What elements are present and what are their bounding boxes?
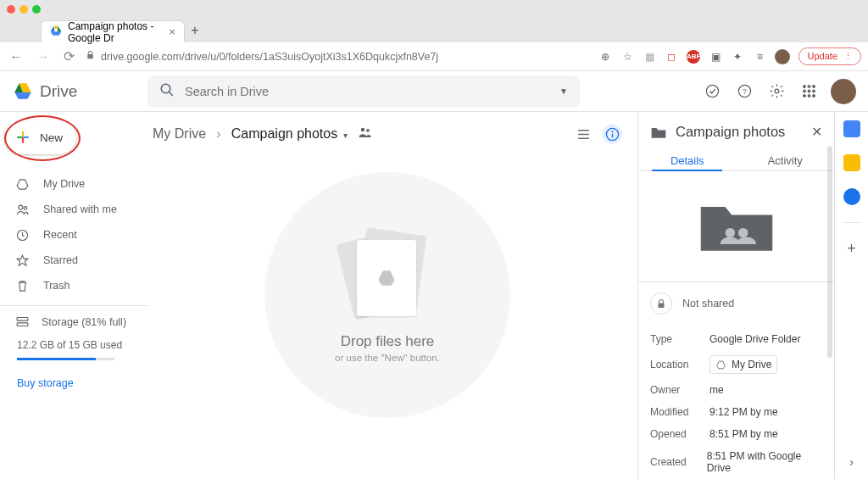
calendar-app-icon[interactable]: [843, 120, 860, 137]
sharing-status[interactable]: Not shared: [638, 282, 834, 325]
svg-text:?: ?: [743, 87, 747, 96]
sidebar-storage[interactable]: Storage (81% full): [15, 315, 147, 329]
extension-icon[interactable]: ▦: [643, 50, 656, 64]
app-header: Drive ▼ ?: [0, 71, 868, 112]
extension-icon[interactable]: ◻: [665, 50, 678, 64]
forward-button[interactable]: →: [34, 49, 53, 64]
minimize-window-button[interactable]: [19, 5, 28, 14]
storage-progress: [17, 358, 114, 360]
svg-point-20: [803, 94, 805, 97]
search-box[interactable]: ▼: [147, 75, 580, 108]
svg-point-17: [803, 90, 805, 92]
hide-side-panel-icon[interactable]: ›: [849, 455, 854, 469]
tab-activity[interactable]: Activity: [737, 150, 835, 170]
svg-point-8: [161, 84, 170, 93]
account-avatar[interactable]: [831, 79, 856, 104]
breadcrumb-root[interactable]: My Drive: [153, 126, 206, 142]
info-details-icon[interactable]: [602, 124, 622, 144]
tab-title: Campaign photos - Google Dr: [68, 20, 163, 44]
svg-point-40: [611, 131, 613, 132]
add-addon-button[interactable]: +: [847, 240, 856, 258]
browser-tab[interactable]: Campaign photos - Google Dr ×: [41, 20, 185, 42]
list-view-icon[interactable]: [573, 124, 593, 144]
url-text: drive.google.com/drive/u/0/folders/1aS3u…: [101, 51, 438, 63]
svg-point-10: [706, 85, 718, 97]
new-tab-button[interactable]: +: [185, 23, 205, 38]
breadcrumb-current[interactable]: Campaign photos ▾: [231, 126, 348, 142]
svg-marker-2: [58, 26, 62, 31]
close-window-button[interactable]: [7, 5, 15, 14]
dropzone-subtitle: or use the "New" button.: [335, 353, 440, 363]
close-tab-icon[interactable]: ×: [169, 25, 175, 38]
svg-marker-1: [54, 26, 58, 31]
svg-point-34: [360, 128, 364, 132]
separator: [843, 222, 860, 223]
close-details-icon[interactable]: ✕: [811, 124, 822, 140]
svg-point-19: [812, 90, 815, 92]
adblock-icon[interactable]: ABP: [687, 50, 700, 64]
sidebar-item-trash[interactable]: Trash: [0, 273, 147, 298]
settings-icon[interactable]: [766, 81, 787, 102]
maximize-window-button[interactable]: [32, 5, 41, 14]
app-name: Drive: [40, 82, 77, 101]
svg-point-35: [366, 129, 370, 132]
svg-marker-3: [51, 26, 55, 31]
details-title: Campaign photos: [676, 124, 785, 140]
sidebar-item-starred[interactable]: Starred: [0, 248, 147, 273]
details-preview: [638, 171, 834, 282]
svg-marker-42: [378, 270, 395, 285]
folder-icon: [650, 125, 667, 140]
svg-point-14: [803, 85, 805, 87]
dropzone[interactable]: Drop files here or use the "New" button.: [264, 172, 510, 418]
apps-grid-icon[interactable]: [798, 81, 819, 102]
content-area: My Drive › Campaign photos ▾: [147, 112, 637, 479]
drive-logo[interactable]: Drive: [12, 81, 147, 103]
address-bar[interactable]: drive.google.com/drive/u/0/folders/1aS3u…: [86, 50, 438, 63]
meta-modified: Modified9:12 PM by me: [650, 401, 822, 423]
window-traffic-lights: [0, 0, 868, 19]
sidebar-item-recent[interactable]: Recent: [0, 222, 147, 248]
tasks-app-icon[interactable]: [843, 188, 860, 205]
sidebar-item-mydrive[interactable]: My Drive: [0, 171, 147, 197]
svg-point-43: [725, 228, 735, 238]
svg-line-9: [169, 92, 173, 96]
svg-point-13: [775, 89, 779, 93]
extension-icon[interactable]: ⊕: [598, 50, 612, 64]
browser-update-button[interactable]: Update ⋮: [798, 47, 861, 65]
sidebar-item-shared[interactable]: Shared with me: [0, 197, 147, 222]
svg-marker-27: [17, 179, 28, 188]
tab-details[interactable]: Details: [638, 150, 737, 170]
search-options-caret[interactable]: ▼: [559, 86, 568, 96]
dropzone-illustration: [345, 228, 430, 321]
browser-profile-avatar[interactable]: [775, 49, 790, 64]
svg-point-29: [24, 206, 27, 209]
search-input[interactable]: [185, 85, 549, 98]
storage-used-label: 12.2 GB of 15 GB used: [15, 339, 147, 351]
drive-favicon-icon: [50, 25, 62, 39]
ready-offline-icon[interactable]: [702, 81, 722, 102]
folder-dropdown-caret[interactable]: ▾: [343, 131, 348, 140]
help-icon[interactable]: ?: [734, 81, 754, 102]
meta-opened: Opened8:51 PM by me: [650, 423, 822, 445]
extension-icon[interactable]: ≡: [753, 50, 766, 64]
meta-owner: Ownerme: [650, 379, 822, 401]
details-panel: Campaign photos ✕ Details Activity Not s…: [637, 112, 834, 479]
meta-type: TypeGoogle Drive Folder: [650, 328, 822, 350]
keep-app-icon[interactable]: [843, 154, 860, 171]
svg-rect-33: [17, 323, 28, 326]
chevron-right-icon: ›: [216, 125, 221, 142]
search-icon: [159, 82, 175, 101]
reload-button[interactable]: ⟳: [61, 48, 77, 64]
scrollbar[interactable]: [827, 146, 832, 358]
share-people-icon[interactable]: [358, 126, 373, 142]
bookmark-icon[interactable]: ☆: [620, 50, 634, 64]
location-chip[interactable]: My Drive: [709, 355, 777, 374]
back-button[interactable]: ←: [7, 49, 25, 64]
extension-icon[interactable]: ▣: [709, 50, 722, 64]
svg-point-18: [807, 90, 810, 92]
svg-point-16: [812, 85, 815, 87]
buy-storage-link[interactable]: Buy storage: [15, 377, 147, 389]
breadcrumb: My Drive › Campaign photos ▾: [153, 117, 622, 151]
extensions-menu-icon[interactable]: ✦: [731, 50, 744, 64]
new-button[interactable]: New: [4, 120, 76, 154]
